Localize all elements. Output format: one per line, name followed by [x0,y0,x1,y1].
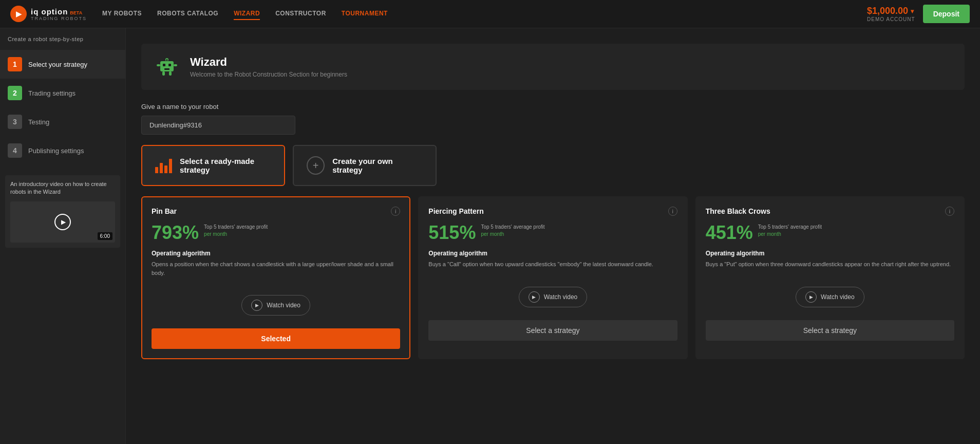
profit-top-label-pin-bar: Top 5 traders' average profit [204,224,268,230]
wizard-title: Wizard [190,55,347,69]
svg-rect-9 [169,71,172,76]
card-title-tbc: Three Black Crows [706,207,770,215]
bar-chart-icon [155,158,172,173]
nav-wizard[interactable]: WIZARD [234,8,260,20]
svg-rect-8 [162,71,165,76]
card-footer-tbc: Select a strategy [706,320,954,341]
logo-text: iq option BETA TRADING ROBOTS [31,7,87,21]
svg-rect-5 [166,59,167,61]
watch-play-icon-piercing: ▶ [529,291,540,303]
watch-video-button-tbc[interactable]: ▶ Watch video [796,287,864,307]
main-header: ▶ iq option BETA TRADING ROBOTS MY ROBOT… [0,0,980,28]
balance-label: DEMO ACCOUNT [867,16,915,22]
select-strategy-button-tbc[interactable]: Select a strategy [706,320,954,341]
svg-rect-1 [163,64,165,66]
watch-video-button-piercing[interactable]: ▶ Watch video [519,287,588,307]
profit-row-tbc: 451% Top 5 traders' average profit per m… [706,224,954,242]
profit-month-piercing: per month [481,231,544,237]
robot-name-label: Give a name to your robot [141,103,965,110]
wizard-subtitle: Welcome to the Robot Construction Sectio… [190,71,347,78]
nav-robots-catalog[interactable]: ROBOTS CATALOG [157,8,218,20]
nav-constructor[interactable]: CONSTRUCTOR [275,8,326,20]
nav-my-robots[interactable]: MY ROBOTS [102,8,142,20]
card-header-tbc: Three Black Crows i [706,207,954,216]
logo[interactable]: ▶ iq option BETA TRADING ROBOTS [10,6,87,22]
watch-play-icon-pin-bar: ▶ [251,300,262,311]
svg-rect-2 [168,64,171,66]
ready-made-label: Select a ready-made strategy [180,157,271,174]
logo-icon: ▶ [10,6,27,22]
step-label-1: Select your strategy [28,61,87,68]
profit-row-piercing: 515% Top 5 traders' average profit per m… [428,224,677,242]
card-title-piercing: Piercing Pattern [428,207,483,215]
custom-strategy-button[interactable]: + Create your own strategy [293,145,437,186]
main-layout: Create a robot step-by-step 1 Select you… [0,28,980,444]
info-icon-pin-bar[interactable]: i [391,207,400,216]
selected-button-pin-bar[interactable]: Selected [152,328,400,349]
logo-beta: BETA [70,10,82,15]
strategy-card-piercing-pattern[interactable]: Piercing Pattern i 515% Top 5 traders' a… [418,196,687,359]
sidebar-item-select-strategy[interactable]: 1 Select your strategy [0,50,125,79]
profit-row-pin-bar: 793% Top 5 traders' average profit per m… [152,224,400,242]
sidebar-title: Create a robot step-by-step [0,36,125,50]
robot-icon [154,54,180,80]
sidebar-video-title: An introductory video on how to create r… [10,180,115,196]
wizard-header: Wizard Welcome to the Robot Construction… [141,44,965,90]
algo-title-tbc: Operating algorithm [706,250,954,257]
deposit-button[interactable]: Deposit [923,5,970,23]
algo-desc-tbc: Buys a "Put" option when three downward … [706,260,954,269]
card-header-pin-bar: Pin Bar i [152,207,400,216]
step-label-4: Publishing settings [28,147,84,155]
step-number-4: 4 [8,143,22,158]
profit-percent-pin-bar: 793% [152,224,199,242]
profit-details-piercing: Top 5 traders' average profit per month [481,224,544,237]
balance-info: $1,000.00 ▾ DEMO ACCOUNT [867,6,915,22]
play-icon: ▶ [61,218,66,226]
step-number-1: 1 [8,57,22,71]
algo-desc-piercing: Buys a "Call" option when two upward can… [428,260,677,269]
video-play-button[interactable]: ▶ [54,214,71,230]
step-label-2: Trading settings [28,89,76,97]
svg-rect-6 [157,64,160,66]
profit-month-tbc: per month [758,231,822,237]
svg-rect-7 [174,64,177,66]
step-label-3: Testing [28,118,49,126]
algo-desc-pin-bar: Opens a position when the chart shows a … [152,260,400,277]
select-strategy-button-piercing[interactable]: Select a strategy [428,320,677,341]
main-nav: MY ROBOTS ROBOTS CATALOG WIZARD CONSTRUC… [102,8,867,20]
sidebar-item-publishing[interactable]: 4 Publishing settings [0,136,125,165]
balance-amount[interactable]: $1,000.00 ▾ [867,6,915,16]
strategy-cards: Pin Bar i 793% Top 5 traders' average pr… [141,196,965,359]
algo-title-piercing: Operating algorithm [428,250,677,257]
video-duration: 6:00 [98,232,112,240]
strategy-card-pin-bar[interactable]: Pin Bar i 793% Top 5 traders' average pr… [141,196,410,359]
watch-video-button-pin-bar[interactable]: ▶ Watch video [241,295,310,316]
logo-main: iq option [31,7,68,16]
info-icon-piercing[interactable]: i [668,207,677,216]
profit-details-pin-bar: Top 5 traders' average profit per month [204,224,268,237]
header-right: $1,000.00 ▾ DEMO ACCOUNT Deposit [867,5,970,23]
nav-tournament[interactable]: TOURNAMENT [342,8,388,20]
algo-title-pin-bar: Operating algorithm [152,250,400,257]
strategy-type-buttons: Select a ready-made strategy + Create yo… [141,145,965,186]
profit-month-pin-bar: per month [204,231,268,237]
step-number-3: 3 [8,115,22,129]
main-content: Wizard Welcome to the Robot Construction… [126,28,980,444]
video-thumbnail[interactable]: ▶ 6:00 [10,201,115,243]
sidebar-item-trading-settings[interactable]: 2 Trading settings [0,79,125,107]
card-footer-piercing: Select a strategy [428,320,677,341]
sidebar-video: An introductory video on how to create r… [5,175,120,248]
profit-top-label-piercing: Top 5 traders' average profit [481,224,544,230]
sidebar-item-testing[interactable]: 3 Testing [0,107,125,136]
profit-details-tbc: Top 5 traders' average profit per month [758,224,822,237]
ready-made-strategy-button[interactable]: Select a ready-made strategy [141,145,285,186]
profit-percent-tbc: 451% [706,224,753,242]
profit-top-label-tbc: Top 5 traders' average profit [758,224,822,230]
profit-percent-piercing: 515% [428,224,476,242]
strategy-card-three-black-crows[interactable]: Three Black Crows i 451% Top 5 traders' … [695,196,965,359]
custom-label: Create your own strategy [332,157,423,174]
dropdown-icon[interactable]: ▾ [911,8,914,15]
step-number-2: 2 [8,86,22,100]
robot-name-input[interactable] [141,116,295,135]
info-icon-tbc[interactable]: i [945,207,954,216]
